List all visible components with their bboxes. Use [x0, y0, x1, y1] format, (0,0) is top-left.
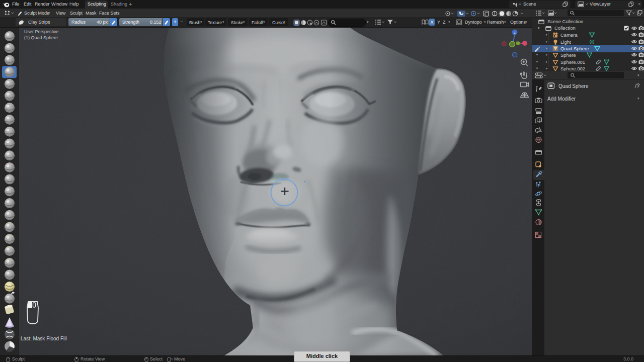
svg-text:z: z — [514, 30, 516, 35]
